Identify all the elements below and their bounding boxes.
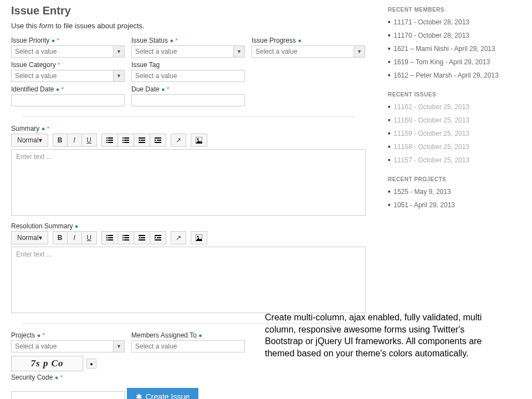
format-normal-button[interactable]: Normal ▾: [12, 134, 48, 146]
category-label: Issue Category *: [11, 61, 125, 69]
svg-rect-3: [108, 140, 113, 141]
progress-label: Issue Progress ●: [252, 37, 365, 44]
svg-rect-23: [106, 235, 108, 236]
chevron-down-icon[interactable]: ▼: [354, 46, 365, 57]
bold-button[interactable]: B: [53, 134, 68, 146]
list-item[interactable]: 11158 - October 25, 2013: [388, 143, 521, 151]
category-select[interactable]: ▼: [11, 70, 125, 82]
create-issue-button[interactable]: ✱ Create Issue: [127, 388, 198, 399]
tag-input[interactable]: [132, 70, 244, 81]
summary-label: Summary ● *: [11, 125, 366, 132]
svg-rect-31: [122, 237, 124, 238]
refresh-captcha-button[interactable]: ●: [86, 359, 96, 369]
list-ul-button[interactable]: [102, 232, 118, 244]
chevron-down-icon[interactable]: ▼: [113, 46, 124, 57]
italic-button[interactable]: I: [68, 134, 82, 146]
list-item[interactable]: 11157 - October 25, 2013: [388, 156, 521, 164]
svg-rect-40: [157, 237, 161, 238]
priority-select[interactable]: ▼: [11, 45, 125, 58]
identified-input[interactable]: [11, 94, 125, 106]
svg-rect-6: [122, 137, 124, 139]
resolution-label: Resolution Summary ●: [11, 222, 366, 230]
info-icon: ●: [170, 37, 173, 44]
status-label: Issue Status ● *: [131, 37, 245, 44]
required-icon: *: [167, 86, 169, 93]
list-item[interactable]: 1051 - April 29, 2013: [388, 201, 521, 209]
list-item[interactable]: 11170 - October 28, 2013: [388, 32, 521, 39]
svg-rect-37: [139, 239, 145, 241]
due-input[interactable]: [131, 94, 245, 106]
list-item[interactable]: 1612 – Peter Marsh - April 29, 2013: [388, 71, 521, 79]
recent-issues-heading: RECENT ISSUES: [388, 91, 521, 98]
intro-text: Use this form to file issues about proje…: [11, 22, 366, 30]
outdent-button[interactable]: [134, 134, 150, 146]
required-icon: *: [175, 37, 177, 44]
priority-input[interactable]: [12, 46, 113, 57]
required-icon: *: [62, 86, 64, 93]
list-item[interactable]: 11159 - October 25, 2013: [388, 130, 521, 137]
list-item[interactable]: 11160 - October 25, 2013: [388, 116, 521, 124]
list-ul-button[interactable]: [102, 134, 118, 146]
chevron-down-icon[interactable]: ▼: [113, 341, 124, 352]
divider: [22, 116, 355, 117]
captcha-image: 7s p Co: [11, 356, 83, 371]
security-label: Security Code ● *: [11, 374, 366, 381]
list-item[interactable]: 1619 – Tom King - April 29, 2013: [388, 58, 521, 66]
list-item[interactable]: 1621 – Mami Nishi - April 29, 2013: [388, 45, 521, 53]
list-ol-button[interactable]: [118, 232, 134, 244]
link-button[interactable]: ↗: [171, 232, 186, 244]
link-button[interactable]: ↗: [171, 134, 186, 146]
svg-rect-17: [157, 140, 161, 141]
svg-marker-42: [155, 237, 156, 239]
info-icon: ●: [37, 332, 41, 339]
underline-button[interactable]: U: [82, 232, 96, 244]
list-item[interactable]: 11171 - October 28, 2013: [388, 18, 521, 26]
progress-input[interactable]: [252, 46, 354, 57]
list-item[interactable]: 11162 - October 25, 2013: [388, 103, 521, 111]
chevron-down-icon[interactable]: ▼: [233, 46, 244, 57]
members-select[interactable]: [131, 340, 245, 352]
security-input[interactable]: [11, 391, 125, 399]
due-label: Due Date ● *: [131, 85, 245, 93]
indent-button[interactable]: [150, 134, 166, 146]
list-item[interactable]: 1525 - May 9, 2013: [388, 188, 521, 196]
svg-rect-28: [108, 239, 113, 241]
italic-button[interactable]: I: [68, 232, 82, 244]
svg-rect-12: [139, 137, 145, 139]
svg-point-21: [197, 139, 198, 140]
recent-members-list: 11171 - October 28, 2013 11170 - October…: [388, 18, 521, 79]
summary-editor[interactable]: Enter text ...: [11, 149, 366, 216]
image-button[interactable]: [191, 232, 207, 244]
image-button[interactable]: [191, 134, 207, 146]
info-icon: ●: [56, 86, 60, 93]
projects-input[interactable]: [12, 341, 113, 352]
svg-rect-7: [124, 137, 129, 139]
tag-select[interactable]: [131, 70, 245, 82]
status-input[interactable]: [132, 46, 233, 57]
info-icon: ●: [198, 332, 202, 339]
resolution-editor[interactable]: Enter text ...: [11, 247, 366, 313]
category-input[interactable]: [12, 70, 113, 81]
svg-rect-30: [124, 235, 129, 236]
svg-rect-33: [122, 239, 124, 241]
indent-button[interactable]: [150, 232, 166, 244]
info-icon: ●: [42, 125, 45, 132]
bold-button[interactable]: B: [53, 232, 68, 244]
svg-rect-11: [124, 142, 129, 143]
members-input[interactable]: [132, 341, 244, 352]
svg-rect-32: [124, 237, 129, 238]
svg-rect-29: [122, 235, 124, 236]
list-ol-button[interactable]: [118, 134, 134, 146]
status-select[interactable]: ▼: [131, 45, 245, 58]
outdent-button[interactable]: [134, 232, 150, 244]
info-icon: ●: [52, 37, 55, 44]
underline-button[interactable]: U: [82, 134, 96, 146]
progress-select[interactable]: ▼: [252, 45, 365, 58]
projects-select[interactable]: ▼: [11, 340, 125, 352]
svg-rect-2: [106, 140, 108, 141]
svg-rect-0: [106, 137, 108, 139]
svg-rect-39: [155, 235, 161, 236]
chevron-down-icon[interactable]: ▼: [113, 70, 124, 81]
format-normal-button[interactable]: Normal ▾: [12, 232, 48, 244]
marketing-text: Create multi-column, ajax enabled, fully…: [265, 311, 498, 359]
